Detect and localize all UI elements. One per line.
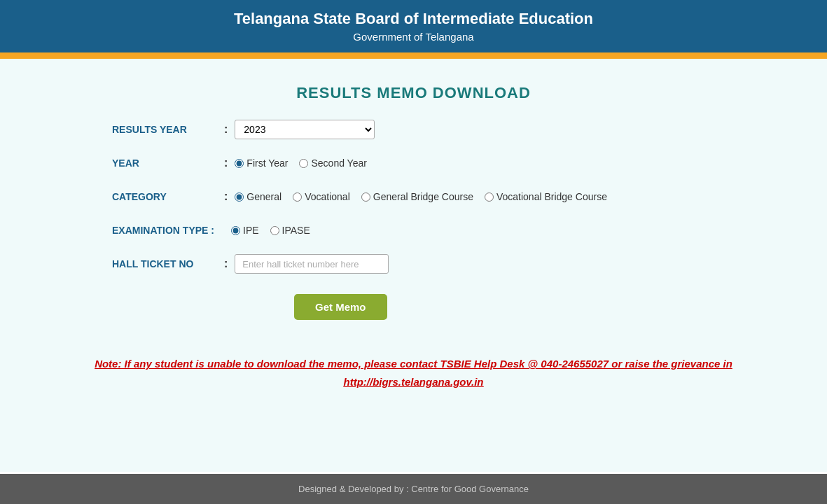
header-title: Telangana State Board of Intermediate Ed… [14, 10, 813, 28]
category-vocational-option[interactable]: Vocational [293, 191, 350, 202]
note-main-text: Note: If any student is unable to downlo… [95, 358, 732, 370]
page-footer: Designed & Developed by : Centre for Goo… [0, 474, 827, 504]
category-gbc-label: General Bridge Course [373, 191, 473, 202]
category-vbc-label: Vocational Bridge Course [496, 191, 607, 202]
year-row: YEAR : First Year Second Year [112, 153, 799, 174]
exam-type-ipase-option[interactable]: IPASE [270, 225, 310, 236]
exam-type-label: EXAMINATION TYPE : [112, 225, 224, 236]
year-first-year-radio[interactable] [235, 159, 244, 168]
year-second-year-option[interactable]: Second Year [299, 158, 366, 169]
footer-text: Designed & Developed by : Centre for Goo… [298, 484, 529, 494]
category-label: CATEGORY [112, 191, 224, 202]
note-section: Note: If any student is unable to downlo… [28, 355, 799, 391]
year-label: YEAR [112, 158, 224, 169]
exam-type-ipase-radio[interactable] [270, 226, 279, 235]
category-vocational-radio[interactable] [293, 192, 302, 202]
category-general-radio[interactable] [235, 192, 244, 202]
get-memo-row: Get Memo [112, 287, 799, 320]
category-general-option[interactable]: General [235, 191, 282, 202]
category-gbc-radio[interactable] [361, 192, 370, 202]
category-gbc-option[interactable]: General Bridge Course [361, 191, 473, 202]
year-controls: First Year Second Year [235, 158, 367, 169]
results-year-controls: 2023 2022 2021 2020 [235, 120, 375, 139]
main-content: RESULTS MEMO DOWNLOAD RESULTS YEAR : 202… [0, 59, 827, 472]
colon-1: : [224, 123, 228, 136]
hall-ticket-input[interactable] [235, 254, 389, 274]
year-second-year-label: Second Year [311, 158, 366, 169]
note-text: Note: If any student is unable to downlo… [28, 355, 799, 391]
year-second-year-radio[interactable] [299, 159, 308, 168]
results-year-row: RESULTS YEAR : 2023 2022 2021 2020 [112, 119, 799, 140]
hall-ticket-label: HALL TICKET NO [112, 258, 224, 270]
colon-3: : [224, 190, 228, 203]
exam-type-ipe-radio[interactable] [231, 226, 240, 235]
category-vbc-radio[interactable] [485, 192, 494, 202]
category-general-label: General [246, 191, 282, 202]
category-vocational-label: Vocational [305, 191, 350, 202]
hall-ticket-row: HALL TICKET NO : [112, 253, 799, 274]
page-header: Telangana State Board of Intermediate Ed… [0, 0, 827, 55]
note-link[interactable]: http://bigrs.telangana.gov.in [343, 376, 483, 388]
results-year-label: RESULTS YEAR [112, 124, 224, 135]
results-year-select[interactable]: 2023 2022 2021 2020 [235, 120, 375, 139]
header-subtitle: Government of Telangana [14, 31, 813, 43]
exam-type-ipe-option[interactable]: IPE [231, 225, 259, 236]
category-vbc-option[interactable]: Vocational Bridge Course [485, 191, 607, 202]
exam-type-controls: IPE IPASE [231, 225, 310, 236]
year-first-year-label: First Year [246, 158, 288, 169]
colon-4: : [224, 258, 228, 270]
page-title: RESULTS MEMO DOWNLOAD [28, 73, 799, 119]
category-controls: General Vocational General Bridge Course… [235, 191, 607, 202]
year-first-year-option[interactable]: First Year [235, 158, 288, 169]
get-memo-button[interactable]: Get Memo [294, 294, 387, 320]
exam-type-row: EXAMINATION TYPE : IPE IPASE [112, 220, 799, 241]
exam-type-ipase-label: IPASE [282, 225, 310, 236]
category-row: CATEGORY : General Vocational General Br… [112, 186, 799, 207]
colon-2: : [224, 157, 228, 169]
form-container: RESULTS YEAR : 2023 2022 2021 2020 YEAR … [112, 119, 799, 320]
exam-type-ipe-label: IPE [243, 225, 259, 236]
hall-ticket-controls [235, 254, 389, 274]
